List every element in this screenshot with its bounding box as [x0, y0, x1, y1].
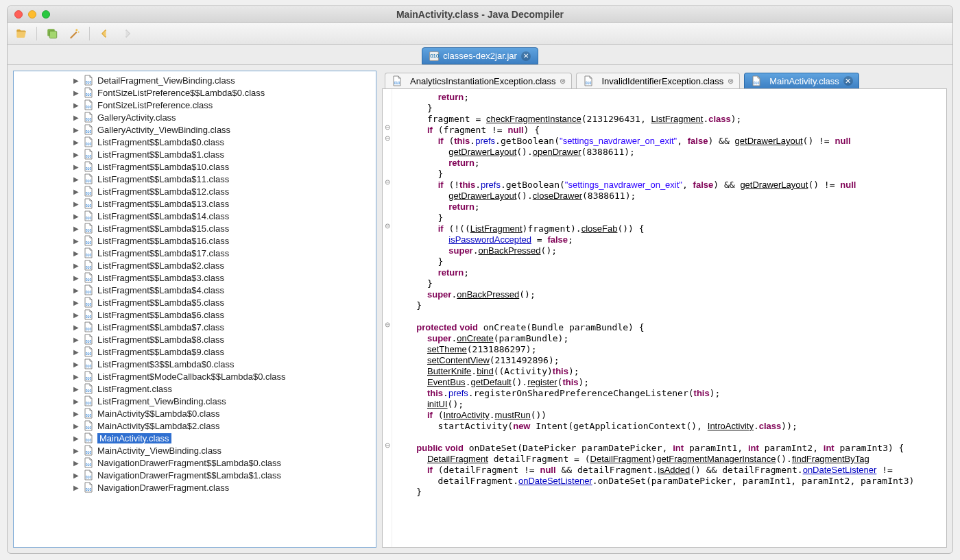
expand-arrow-icon[interactable]: ▶	[73, 225, 80, 232]
svg-text:010: 010	[86, 487, 92, 491]
expand-arrow-icon[interactable]: ▶	[73, 200, 80, 208]
close-icon[interactable]: ⊗	[560, 77, 566, 86]
save-all-icon[interactable]	[45, 27, 59, 40]
tree-item[interactable]: ▶010ListFragment$$Lambda$14.class	[14, 210, 376, 222]
close-window-button[interactable]	[14, 10, 23, 19]
tree-item[interactable]: ▶010ListFragment$$Lambda$3.class	[14, 271, 376, 284]
fold-marker[interactable]: ⊖	[383, 133, 392, 144]
tree-item[interactable]: ▶010ListFragment$$Lambda$9.class	[14, 345, 376, 358]
editor-tab[interactable]: 010AnalyticsInstantiationException.class…	[385, 73, 572, 88]
expand-arrow-icon[interactable]: ▶	[73, 138, 80, 146]
tree-item[interactable]: ▶010ListFragment$$Lambda$1.class	[14, 148, 376, 160]
expand-arrow-icon[interactable]: ▶	[73, 361, 80, 368]
tree-item[interactable]: ▶010ListFragment$$Lambda$8.class	[14, 333, 376, 345]
tree-item[interactable]: ▶010MainActivity$$Lambda$2.class	[14, 419, 376, 432]
svg-text:010: 010	[86, 93, 92, 97]
expand-arrow-icon[interactable]: ▶	[73, 299, 80, 306]
wand-icon[interactable]	[67, 27, 81, 40]
expand-arrow-icon[interactable]: ▶	[73, 373, 80, 380]
expand-arrow-icon[interactable]: ▶	[73, 101, 80, 109]
tree-item[interactable]: ▶010ListFragment.class	[14, 382, 376, 395]
tree-item-label: ListFragment$$Lambda$0.class	[97, 137, 224, 147]
expand-arrow-icon[interactable]: ▶	[73, 175, 80, 183]
tree-item[interactable]: ▶010ListFragment$$Lambda$6.class	[14, 308, 376, 321]
file-tree[interactable]: ▶010DetailFragment_ViewBinding.class▶010…	[13, 71, 376, 548]
expand-arrow-icon[interactable]: ▶	[73, 287, 80, 294]
expand-arrow-icon[interactable]: ▶	[73, 459, 80, 467]
fold-marker[interactable]: ⊖	[383, 177, 392, 188]
tree-item[interactable]: ▶010ListFragment$3$$Lambda$0.class	[14, 358, 376, 370]
tree-item[interactable]: ▶010ListFragment$$Lambda$15.class	[14, 222, 376, 234]
expand-arrow-icon[interactable]: ▶	[73, 385, 80, 393]
close-icon[interactable]: ⊗	[728, 77, 734, 86]
tree-item[interactable]: ▶010MainActivity.class	[14, 432, 376, 444]
open-file-icon[interactable]	[14, 27, 28, 40]
expand-arrow-icon[interactable]: ▶	[73, 484, 80, 491]
tree-item[interactable]: ▶010ListFragment$$Lambda$10.class	[14, 160, 376, 173]
editor-tab[interactable]: 010InvalidIdentifierException.class⊗	[576, 73, 740, 88]
expand-arrow-icon[interactable]: ▶	[73, 472, 80, 479]
nav-forward-icon[interactable]	[120, 27, 134, 40]
fold-column[interactable]: ⊖⊖⊖⊖⊖⊖	[383, 89, 392, 547]
expand-arrow-icon[interactable]: ▶	[73, 398, 80, 405]
tree-item[interactable]: ▶010ListFragment$$Lambda$0.class	[14, 136, 376, 148]
expand-arrow-icon[interactable]: ▶	[73, 324, 80, 331]
tree-item[interactable]: ▶010ListFragment$$Lambda$2.class	[14, 259, 376, 271]
expand-arrow-icon[interactable]: ▶	[73, 422, 80, 430]
tree-item[interactable]: ▶010DetailFragment_ViewBinding.class	[14, 74, 376, 86]
tree-item[interactable]: ▶010ListFragment$$Lambda$17.class	[14, 247, 376, 259]
expand-arrow-icon[interactable]: ▶	[73, 249, 80, 257]
tree-item[interactable]: ▶010ListFragment$$Lambda$5.class	[14, 296, 376, 308]
close-icon[interactable]: ✕	[521, 51, 531, 61]
expand-arrow-icon[interactable]: ▶	[73, 311, 80, 319]
jar-tab[interactable]: 010 classes-dex2jar.jar ✕	[422, 47, 538, 64]
expand-arrow-icon[interactable]: ▶	[73, 151, 80, 158]
svg-text:010: 010	[86, 265, 92, 269]
tree-item[interactable]: ▶010NavigationDrawerFragment$$Lambda$1.c…	[14, 469, 376, 481]
expand-arrow-icon[interactable]: ▶	[73, 77, 80, 84]
expand-arrow-icon[interactable]: ▶	[73, 410, 80, 417]
tree-item[interactable]: ▶010GalleryActivity.class	[14, 111, 376, 123]
tree-item[interactable]: ▶010MainActivity_ViewBinding.class	[14, 444, 376, 456]
maximize-window-button[interactable]	[42, 10, 50, 19]
tree-item[interactable]: ▶010ListFragment$$Lambda$11.class	[14, 173, 376, 185]
expand-arrow-icon[interactable]: ▶	[73, 126, 80, 134]
tree-item[interactable]: ▶010ListFragment$$Lambda$16.class	[14, 234, 376, 247]
tree-item[interactable]: ▶010ListFragment_ViewBinding.class	[14, 395, 376, 407]
tree-item[interactable]: ▶010NavigationDrawerFragment.class	[14, 481, 376, 494]
tree-item[interactable]: ▶010FontSizeListPreference$$Lambda$0.cla…	[14, 86, 376, 99]
window-title: MainActivity.class - Java Decompiler	[14, 9, 946, 20]
fold-marker[interactable]: ⊖	[383, 440, 392, 451]
expand-arrow-icon[interactable]: ▶	[73, 274, 80, 282]
expand-arrow-icon[interactable]: ▶	[73, 163, 80, 171]
close-icon[interactable]: ✕	[843, 76, 853, 86]
expand-arrow-icon[interactable]: ▶	[73, 188, 80, 195]
tree-item[interactable]: ▶010ListFragment$$Lambda$12.class	[14, 185, 376, 197]
editor-tab[interactable]: 010MainActivity.class✕	[744, 73, 859, 88]
tree-item[interactable]: ▶010ListFragment$$Lambda$4.class	[14, 284, 376, 296]
expand-arrow-icon[interactable]: ▶	[73, 114, 80, 121]
expand-arrow-icon[interactable]: ▶	[73, 212, 80, 220]
fold-marker[interactable]: ⊖	[383, 319, 392, 330]
tree-item[interactable]: ▶010MainActivity$$Lambda$0.class	[14, 407, 376, 419]
code-content[interactable]: return; } fragment = checkFragmentInstan…	[392, 89, 946, 547]
tree-item[interactable]: ▶010ListFragment$$Lambda$13.class	[14, 197, 376, 210]
expand-arrow-icon[interactable]: ▶	[73, 348, 80, 356]
tree-item-label: ListFragment$$Lambda$10.class	[97, 162, 229, 172]
tree-item[interactable]: ▶010NavigationDrawerFragment$$Lambda$0.c…	[14, 456, 376, 469]
tree-item[interactable]: ▶010GalleryActivity_ViewBinding.class	[14, 123, 376, 136]
expand-arrow-icon[interactable]: ▶	[73, 89, 80, 97]
expand-arrow-icon[interactable]: ▶	[73, 447, 80, 454]
expand-arrow-icon[interactable]: ▶	[73, 336, 80, 343]
fold-marker[interactable]: ⊖	[383, 122, 392, 133]
fold-marker[interactable]: ⊖	[383, 221, 392, 232]
expand-arrow-icon[interactable]: ▶	[73, 435, 80, 442]
nav-back-icon[interactable]	[98, 27, 112, 40]
code-editor[interactable]: ⊖⊖⊖⊖⊖⊖ return; } fragment = checkFragmen…	[382, 88, 947, 548]
expand-arrow-icon[interactable]: ▶	[73, 262, 80, 269]
tree-item[interactable]: ▶010ListFragment$$Lambda$7.class	[14, 321, 376, 333]
expand-arrow-icon[interactable]: ▶	[73, 237, 80, 245]
tree-item[interactable]: ▶010FontSizeListPreference.class	[14, 99, 376, 111]
minimize-window-button[interactable]	[28, 10, 36, 19]
tree-item[interactable]: ▶010ListFragment$ModeCallback$$Lambda$0.…	[14, 370, 376, 382]
